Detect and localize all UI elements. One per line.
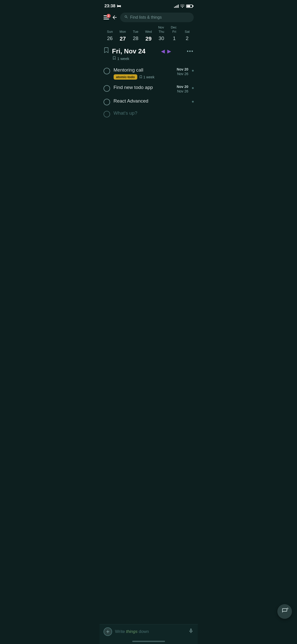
day-fri-1[interactable]: Fri 1 [168, 30, 181, 43]
month-label-tue [130, 25, 142, 30]
tag-week-1: 1 week [139, 75, 154, 79]
task-meta-1: Nov 20 Nov 26 [171, 67, 188, 76]
date-header: Fri, Nov 24 ◀ ▶ ••• [104, 47, 194, 55]
search-icon [124, 15, 128, 20]
wifi-icon [180, 4, 185, 8]
more-button[interactable]: ••• [187, 48, 193, 54]
bookmark-icon [104, 47, 109, 55]
nav-arrows: ◀ ▶ [161, 48, 171, 54]
task-dot-2 [192, 87, 194, 89]
task-body-3: React Advanced [114, 98, 188, 104]
notification-badge: 2 [107, 14, 111, 18]
task-date-end-2: Nov 26 [177, 89, 188, 93]
month-label-wed [142, 25, 155, 30]
task-item: React Advanced [104, 96, 194, 108]
task-item: Mentoring call atomic-todo 1 week Nov 20… [104, 65, 194, 82]
month-labels: Nov Dec [104, 25, 194, 30]
signal-icon [174, 4, 179, 8]
task-dot-3 [192, 101, 194, 103]
day-wed-29[interactable]: Wed 29 [142, 30, 155, 43]
task-checkbox-3[interactable] [104, 99, 110, 105]
task-date-start-1: Nov 20 [177, 67, 188, 71]
task-name-placeholder: What's up? [114, 110, 194, 116]
status-icons [174, 4, 193, 8]
day-thu-30[interactable]: Thu 30 [155, 30, 168, 43]
day-mon-27[interactable]: Mon 27 [116, 30, 129, 43]
time-display: 23:38 [105, 4, 115, 9]
battery-icon [186, 5, 193, 8]
task-body-1: Mentoring call atomic-todo 1 week [114, 67, 167, 80]
task-item-placeholder[interactable]: What's up? [104, 108, 194, 120]
status-time: 23:38 🛏 [105, 4, 121, 9]
day-sun-26[interactable]: Sun 26 [104, 30, 116, 43]
search-placeholder: Find lists & things [130, 15, 162, 20]
calendar-strip: Nov Dec Sun 26 Mon 27 Tue 28 Wed 29 Thu … [100, 25, 198, 45]
task-date-end-1: Nov 26 [177, 72, 188, 76]
task-name-2: Find new todo app [114, 85, 167, 90]
task-tags-1: atomic-todo 1 week [114, 74, 167, 80]
month-label-sat [180, 25, 193, 30]
back-button[interactable] [112, 14, 118, 20]
day-sat-2[interactable]: Sat 2 [181, 30, 193, 43]
header: 2 Find lists & things [100, 11, 198, 25]
month-label-mon [117, 25, 130, 30]
main-content: Fri, Nov 24 ◀ ▶ ••• 1 week Mentoring cal… [100, 45, 198, 122]
bed-icon: 🛏 [117, 4, 121, 8]
task-body-placeholder: What's up? [114, 110, 194, 116]
date-title: Fri, Nov 24 [112, 47, 146, 55]
task-checkbox-1[interactable] [104, 68, 110, 74]
next-arrow[interactable]: ▶ [167, 48, 171, 54]
task-checkbox-placeholder[interactable] [104, 111, 110, 117]
task-checkbox-2[interactable] [104, 85, 110, 92]
week-text: 1 week [117, 56, 129, 61]
task-dot-1 [192, 70, 194, 72]
task-body-2: Find new todo app [114, 85, 167, 90]
status-bar: 23:38 🛏 [100, 0, 198, 11]
task-name-1: Mentoring call [114, 67, 167, 73]
search-bar[interactable]: Find lists & things [120, 13, 194, 22]
week-bookmark-icon [113, 56, 116, 61]
month-label-fri: Dec [168, 25, 180, 30]
task-date-start-2: Nov 20 [177, 85, 188, 89]
month-label-thu: Nov [155, 25, 168, 30]
days-row: Sun 26 Mon 27 Tue 28 Wed 29 Thu 30 Fri 1… [104, 30, 194, 43]
task-meta-2: Nov 20 Nov 26 [171, 85, 188, 93]
tag-atomic-todo[interactable]: atomic-todo [114, 74, 137, 80]
prev-arrow[interactable]: ◀ [161, 48, 165, 54]
task-name-3: React Advanced [114, 98, 188, 104]
task-item: Find new todo app Nov 20 Nov 26 [104, 82, 194, 96]
day-tue-28[interactable]: Tue 28 [129, 30, 142, 43]
week-badge: 1 week [104, 56, 194, 61]
month-label-sun [105, 25, 117, 30]
menu-button[interactable]: 2 [104, 15, 109, 19]
date-header-left: Fri, Nov 24 [104, 47, 146, 55]
